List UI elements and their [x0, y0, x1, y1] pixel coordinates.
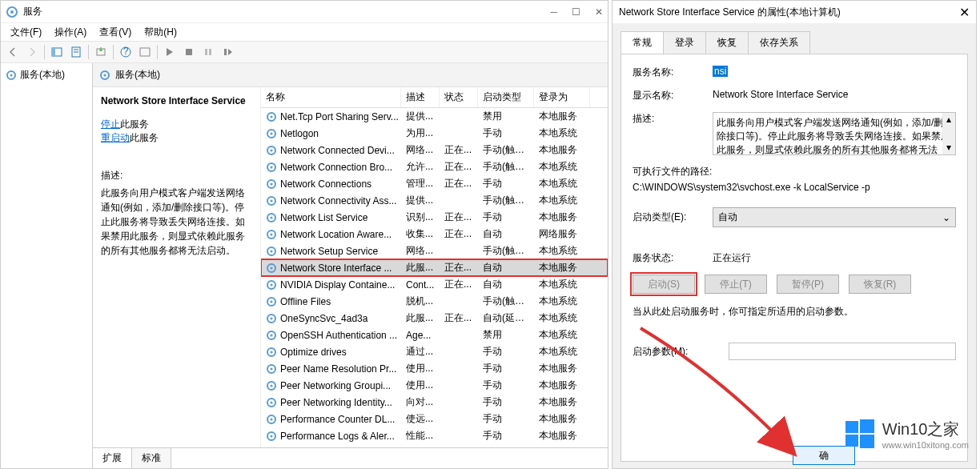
- stop-button[interactable]: 停止(T): [705, 275, 767, 294]
- label-desc: 描述:: [633, 112, 713, 126]
- scrollbar[interactable]: ▴▾: [942, 113, 955, 154]
- table-row[interactable]: Network Connected Devi...网络...正在...手动(触发…: [261, 142, 608, 158]
- table-row[interactable]: Offline Files脱机...手动(触发...本地系统: [261, 293, 608, 310]
- svg-point-36: [271, 250, 273, 252]
- menu-view[interactable]: 查看(V): [94, 24, 136, 41]
- table-row[interactable]: OpenSSH Authentication ...Age...禁用本地系统: [261, 327, 608, 343]
- tab-general[interactable]: 常规: [621, 31, 664, 54]
- pause-button[interactable]: 暂停(P): [777, 275, 839, 294]
- table-row[interactable]: Peer Networking Identity...向对...手动本地服务: [261, 394, 608, 411]
- svg-rect-60: [860, 419, 874, 433]
- window-title: 服务: [23, 5, 550, 18]
- table-row[interactable]: Network Connection Bro...允许...正在...手动(触发…: [261, 158, 608, 175]
- gear-icon: [266, 363, 277, 375]
- nav-root[interactable]: 服务(本地): [4, 66, 89, 83]
- show-hide-button[interactable]: [48, 43, 66, 61]
- value-exe-path: C:\WINDOWS\system32\svchost.exe -k Local…: [633, 182, 956, 193]
- stop-link[interactable]: 停止: [101, 118, 120, 130]
- restart-button[interactable]: [219, 43, 236, 61]
- resume-button[interactable]: 恢复(R): [849, 275, 911, 294]
- minimize-button[interactable]: ─: [550, 6, 557, 18]
- svg-point-42: [271, 300, 273, 303]
- gear-icon: [266, 111, 277, 122]
- svg-point-30: [271, 199, 273, 202]
- help-button[interactable]: ?: [117, 43, 135, 61]
- label-display-name: 显示名称:: [633, 89, 713, 102]
- gear-icon: [266, 397, 277, 408]
- svg-rect-14: [224, 49, 227, 55]
- value-display-name: Network Store Interface Service: [713, 89, 956, 100]
- table-row[interactable]: Peer Networking Groupi...使用...手动本地服务: [261, 377, 608, 394]
- selected-service-title: Network Store Interface Service: [101, 95, 252, 106]
- table-row[interactable]: Peer Name Resolution Pr...使用...手动本地服务: [261, 360, 608, 377]
- svg-point-50: [271, 367, 273, 370]
- startup-type-select[interactable]: 自动 ⌄: [713, 207, 956, 227]
- gear-icon: [266, 195, 277, 206]
- gear-icon: [266, 229, 277, 240]
- forward-button[interactable]: [23, 43, 41, 61]
- stop-button[interactable]: [180, 43, 198, 61]
- export-button[interactable]: [92, 43, 110, 61]
- gear-icon: [266, 128, 277, 139]
- close-button[interactable]: ✕: [959, 5, 970, 20]
- tab-logon[interactable]: 登录: [663, 31, 706, 54]
- restart-link[interactable]: 重启动: [101, 132, 130, 143]
- tab-extended[interactable]: 扩展: [93, 448, 132, 468]
- svg-rect-10: [140, 48, 150, 56]
- refresh-button[interactable]: [136, 43, 154, 61]
- svg-point-56: [271, 418, 273, 420]
- table-row[interactable]: Network Connections管理...正在...手动本地系统: [261, 175, 608, 192]
- col-logon[interactable]: 登录为: [534, 87, 590, 107]
- back-button[interactable]: [4, 43, 22, 61]
- tab-dependencies[interactable]: 依存关系: [748, 31, 810, 54]
- gear-icon: [266, 414, 277, 425]
- table-row[interactable]: Network Connectivity Ass...提供...手动(触发...…: [261, 192, 608, 209]
- table-row[interactable]: Network Location Aware...收集...正在...自动网络服…: [261, 226, 608, 243]
- gear-icon: [266, 263, 277, 274]
- start-button[interactable]: 启动(S): [633, 275, 695, 294]
- label-service-name: 服务名称:: [633, 66, 713, 79]
- properties-button[interactable]: [67, 43, 85, 61]
- watermark: Win10之家 www.win10xitong.com: [844, 418, 969, 450]
- gear-icon: [266, 246, 277, 257]
- col-start[interactable]: 启动类型: [478, 87, 534, 107]
- table-row[interactable]: Network Setup Service网络...手动(触发...本地系统: [261, 243, 608, 259]
- svg-text:?: ?: [123, 46, 129, 57]
- table-row[interactable]: Network List Service识别...正在...手动本地服务: [261, 209, 608, 226]
- svg-point-34: [271, 233, 273, 235]
- table-row[interactable]: Performance Counter DL...使远...手动本地服务: [261, 411, 608, 427]
- value-service-name: nsi: [713, 66, 728, 77]
- maximize-button[interactable]: ☐: [572, 6, 580, 18]
- start-params-input[interactable]: [729, 343, 956, 360]
- table-row[interactable]: Optimize drives通过...手动本地系统: [261, 343, 608, 360]
- svg-point-18: [104, 74, 106, 76]
- menu-action[interactable]: 操作(A): [50, 24, 91, 41]
- svg-point-24: [271, 149, 273, 151]
- table-row[interactable]: Network Store Interface ...此服...正在...自动本…: [261, 259, 608, 276]
- close-button[interactable]: ✕: [595, 6, 603, 18]
- label-start-params: 启动参数(M):: [633, 345, 729, 359]
- table-row[interactable]: Net.Tcp Port Sharing Serv...提供...禁用本地服务: [261, 108, 608, 125]
- tab-recovery[interactable]: 恢复: [705, 31, 749, 54]
- detail-header: 服务(本地): [93, 63, 608, 87]
- play-button[interactable]: [161, 43, 179, 61]
- gear-icon: [6, 70, 17, 81]
- col-status[interactable]: 状态: [440, 87, 478, 107]
- table-row[interactable]: OneSyncSvc_4ad3a此服...正在...自动(延迟...本地系统: [261, 310, 608, 327]
- desc-label: 描述:: [101, 169, 252, 182]
- value-service-status: 正在运行: [713, 251, 956, 265]
- svg-rect-59: [845, 421, 858, 433]
- svg-point-26: [271, 166, 273, 168]
- svg-point-44: [271, 317, 273, 319]
- table-row[interactable]: Netlogon为用...手动本地系统: [261, 125, 608, 142]
- table-row[interactable]: NVIDIA Display Containe...Cont...正在...自动…: [261, 276, 608, 293]
- pause-button[interactable]: [199, 43, 217, 61]
- app-icon: [6, 6, 18, 18]
- col-desc[interactable]: 描述: [401, 87, 440, 107]
- tab-standard[interactable]: 标准: [132, 448, 171, 468]
- menu-help[interactable]: 帮助(H): [139, 24, 182, 41]
- svg-point-32: [271, 216, 273, 218]
- col-name[interactable]: 名称: [261, 87, 401, 107]
- table-row[interactable]: Performance Logs & Aler...性能...手动本地服务: [261, 427, 608, 444]
- menu-file[interactable]: 文件(F): [6, 24, 46, 41]
